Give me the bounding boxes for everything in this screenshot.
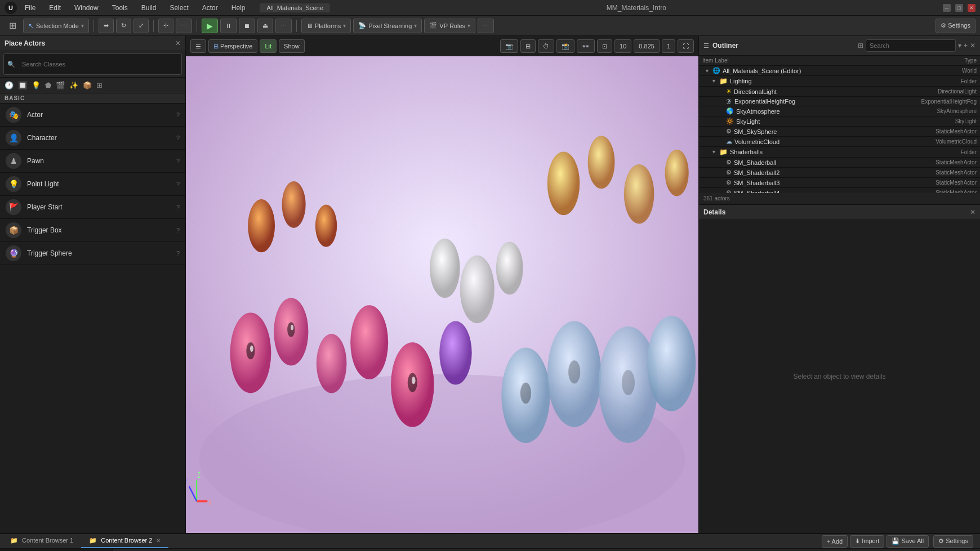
actor-item-trigger-box[interactable]: 📦 Trigger Box ? <box>0 219 185 242</box>
vp-show-button[interactable]: Show <box>279 39 305 53</box>
tree-item-lighting[interactable]: ▼ 📁 Lighting Folder <box>699 76 980 87</box>
actor-pawn-name: Pawn <box>27 157 171 165</box>
vp-scale-button[interactable]: ⊡ <box>597 39 612 53</box>
playmode-options-button[interactable]: ⋯ <box>275 19 292 33</box>
pixel-streaming-button[interactable]: 📡 Pixel Streaming ▾ <box>353 19 422 33</box>
details-close-icon[interactable]: ✕ <box>970 208 975 216</box>
tree-item-sky-atmosphere[interactable]: ▶ 🌎 SkyAtmosphere SkyAtmosphere <box>699 106 980 117</box>
settings-button[interactable]: ⚙ Settings <box>936 19 975 33</box>
cb-tab-2[interactable]: 📁 Content Browser 2 ✕ <box>81 534 168 548</box>
maximize-button[interactable]: □ <box>955 4 963 12</box>
tree-item-sm-shaderball[interactable]: ▶ ⚙ SM_Shaderball StaticMeshActor <box>699 158 980 168</box>
cb-settings-button[interactable]: ⚙ Settings <box>933 535 973 548</box>
snap-button[interactable]: ⊹ <box>158 19 173 33</box>
tree-item-world[interactable]: ▼ 🌐 All_Materials_Scene (Editor) World <box>699 66 980 76</box>
menu-edit[interactable]: Edit <box>47 3 63 13</box>
outliner-filter-icon[interactable]: ⊞ <box>858 42 863 50</box>
actor-item-actor[interactable]: 🎭 Actor ? <box>0 104 185 127</box>
menu-file[interactable]: File <box>23 3 38 13</box>
actor-pawn-help[interactable]: ? <box>176 158 180 164</box>
more-options-button[interactable]: ⋯ <box>176 19 192 33</box>
rotate-button[interactable]: ↻ <box>116 19 131 33</box>
tree-item-sm-shaderball4[interactable]: ▶ ⚙ SM_Shaderball4 StaticMeshActor <box>699 188 980 193</box>
vp-vr-button[interactable]: 👓 <box>577 39 595 53</box>
minimize-button[interactable]: ─ <box>943 4 951 12</box>
sep3 <box>197 20 197 32</box>
actor-trigger-sphere-help[interactable]: ? <box>176 250 180 257</box>
search-classes-input[interactable] <box>17 57 175 71</box>
vp-menu-button[interactable]: ☰ <box>190 39 206 53</box>
pause-button[interactable]: ⏸ <box>220 19 237 33</box>
outliner-search-options-icon[interactable]: ▾ <box>958 42 961 50</box>
vp-0825-button[interactable]: 0.825 <box>634 39 660 53</box>
scale-button[interactable]: ⤢ <box>133 19 149 33</box>
menu-actor[interactable]: Actor <box>200 3 220 13</box>
lights-icon[interactable]: 💡 <box>30 80 42 91</box>
tree-item-sky-light[interactable]: ▶ 🔆 SkyLight SkyLight <box>699 117 980 127</box>
eject-button[interactable]: ⏏ <box>257 19 273 33</box>
toolbar-more-button[interactable]: ⋯ <box>478 19 494 33</box>
recently-placed-icon[interactable]: 🕐 <box>3 80 15 91</box>
vp-grid-button[interactable]: ⊞ <box>520 39 536 53</box>
cb-tab2-close-icon[interactable]: ✕ <box>156 537 161 544</box>
geometry-icon[interactable]: 🔲 <box>17 80 28 91</box>
place-actors-close[interactable]: ✕ <box>175 39 181 47</box>
vp-maximize-button[interactable]: ⛶ <box>678 39 694 53</box>
scene-tab[interactable]: All_Materials_Scene <box>260 3 329 12</box>
vp-camera-button[interactable]: 📷 <box>500 39 518 53</box>
play-button[interactable]: ▶ <box>202 19 218 33</box>
tree-arrow-world[interactable]: ▼ <box>705 68 710 74</box>
actor-item-character[interactable]: 👤 Character ? <box>0 127 185 150</box>
vp-realtime-button[interactable]: ⏱ <box>538 39 554 53</box>
vp-screenshot-button[interactable]: 📸 <box>556 39 574 53</box>
tree-item-sm-sky-sphere[interactable]: ▶ ⚙ SM_SkySphere StaticMeshActor <box>699 127 980 137</box>
actor-actor-help[interactable]: ? <box>176 111 180 118</box>
menu-select[interactable]: Select <box>167 3 190 13</box>
tree-item-sm-shaderball3[interactable]: ▶ ⚙ SM_Shaderball3 StaticMeshActor <box>699 178 980 188</box>
actor-item-pawn[interactable]: ♟ Pawn ? <box>0 150 185 173</box>
tree-item-sm-shaderball2[interactable]: ▶ ⚙ SM_Shaderball2 StaticMeshActor <box>699 168 980 178</box>
cb-tab-1[interactable]: 📁 Content Browser 1 <box>2 534 81 548</box>
platforms-button[interactable]: 🖥 Platforms ▾ <box>301 19 351 33</box>
cb-import-button[interactable]: ⬇ Import <box>850 535 884 548</box>
tree-arrow-lighting[interactable]: ▼ <box>711 78 717 84</box>
outliner-search-input[interactable] <box>866 39 956 52</box>
shapes-icon[interactable]: ⬟ <box>44 80 52 91</box>
menu-window[interactable]: Window <box>72 3 101 13</box>
close-button[interactable]: ✕ <box>968 4 975 12</box>
vp-roles-button[interactable]: 🎬 VP Roles ▾ <box>424 19 475 33</box>
actor-point-light-help[interactable]: ? <box>176 181 180 187</box>
actor-player-start-help[interactable]: ? <box>176 204 180 210</box>
visual-effects-icon[interactable]: ✨ <box>68 80 79 91</box>
outliner-close-icon[interactable]: ✕ <box>970 42 975 50</box>
vp-lit-button[interactable]: Lit <box>260 39 277 53</box>
actor-character-help[interactable]: ? <box>176 135 180 141</box>
menu-help[interactable]: Help <box>229 3 248 13</box>
cb-save-all-button[interactable]: 💾 Save All <box>887 535 929 548</box>
actor-item-player-start[interactable]: 🚩 Player Start ? <box>0 196 185 219</box>
transform-button[interactable]: ⬌ <box>99 19 114 33</box>
all-classes-icon[interactable]: ⊞ <box>95 80 104 91</box>
viewport[interactable]: ☰ ⊞ Perspective Lit Show 📷 ⊞ ⏱ 📸 👓 ⊡ 10 … <box>186 36 698 533</box>
vp-10-button[interactable]: 10 <box>614 39 631 53</box>
actor-item-point-light[interactable]: 💡 Point Light ? <box>0 173 185 196</box>
volumes-icon[interactable]: 📦 <box>82 80 93 91</box>
tree-item-shaderballs[interactable]: ▼ 📁 Shaderballs Folder <box>699 147 980 158</box>
actor-item-trigger-sphere[interactable]: 🔮 Trigger Sphere ? <box>0 242 185 265</box>
tree-item-directional-light[interactable]: ▶ ☀ DirectionalLight DirectionalLight <box>699 87 980 97</box>
viewport-canvas[interactable]: Preparing Shaders(7) <box>186 56 698 533</box>
tree-item-volumetric-cloud[interactable]: ▶ ☁ VolumetricCloud VolumetricCloud <box>699 137 980 147</box>
stop-button[interactable]: ⏹ <box>239 19 255 33</box>
cb-add-button[interactable]: + Add <box>822 535 848 548</box>
vp-1-button[interactable]: 1 <box>662 39 675 53</box>
cinematic-icon[interactable]: 🎬 <box>55 80 66 91</box>
vp-perspective-button[interactable]: ⊞ Perspective <box>208 39 257 53</box>
selection-mode-button[interactable]: ↖ Selection Mode ▾ <box>23 19 89 33</box>
actor-trigger-box-help[interactable]: ? <box>176 227 180 234</box>
exponential-fog-icon: 🌫 <box>726 98 732 105</box>
menu-tools[interactable]: Tools <box>110 3 130 13</box>
tree-arrow-shaderballs[interactable]: ▼ <box>711 149 717 155</box>
outliner-add-icon[interactable]: + <box>964 42 968 50</box>
menu-build[interactable]: Build <box>139 3 159 13</box>
tree-item-exponential-fog[interactable]: ▶ 🌫 ExponentialHeightFog ExponentialHeig… <box>699 97 980 106</box>
